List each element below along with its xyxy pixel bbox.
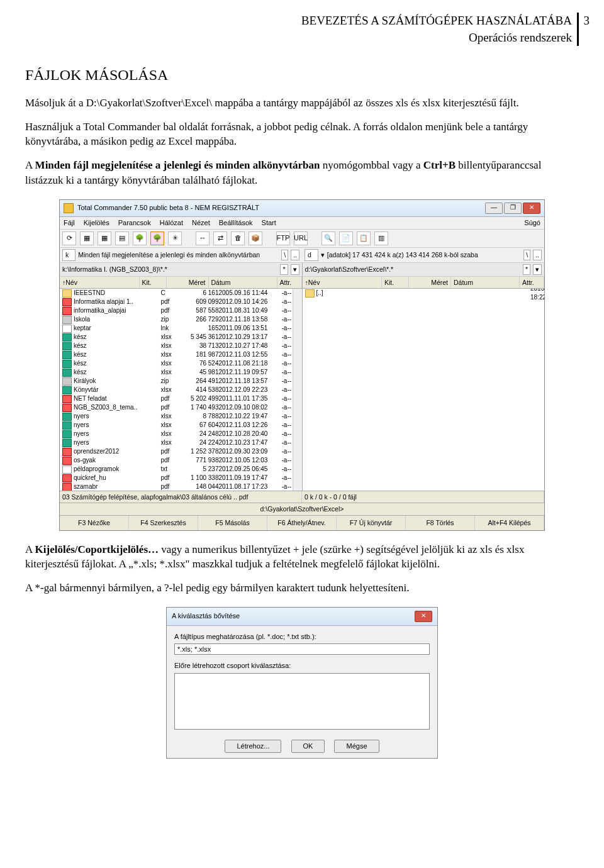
file-row[interactable]: NGB_SZ003_8_tema..pdf1 740 4932012.09.10… [60,403,302,412]
group-listbox[interactable] [174,673,430,730]
path-button[interactable]: * [523,264,530,275]
pathbar: k:\Informatika I. (NGB_SZ003_8)\*.* * ▾ … [60,263,544,277]
col-ext[interactable]: Kit. [382,277,409,289]
col-date[interactable]: Dátum [209,277,277,289]
toolbar-icon[interactable]: 🌳 [133,231,147,245]
command-line[interactable]: d:\Gyakorlat\Szoftver\Excel> [60,503,544,515]
toolbar-icon[interactable]: ▦ [80,231,94,245]
menu-halozat[interactable]: Hálózat [160,218,183,228]
toolbar-icon[interactable]: 📄 [339,231,353,245]
file-row[interactable]: Informatika alapjai 1..pdf609 0992012.09… [60,298,302,306]
file-row[interactable]: oprendszer2012pdf1 252 3782012.09.30 23:… [60,447,302,456]
file-date: 2012.09.10 14:26 [219,298,282,306]
ok-button[interactable]: OK [291,740,325,753]
path-button[interactable]: ▾ [533,264,542,275]
file-row[interactable]: példaprogramoktxt5 2372012.09.25 06:45-a… [60,465,302,474]
menu-beallitasok[interactable]: Beállítások [219,218,253,228]
menu-sugo[interactable]: Súgó [524,218,540,228]
create-button[interactable]: Létrehoz... [225,740,281,753]
drive-button[interactable]: .. [291,250,299,260]
toolbar-icon[interactable]: 🗑 [231,231,245,245]
right-file-list[interactable]: [..]2013.08.08 18:22 [303,289,545,490]
right-drive-info: [adatok] 17 431 424 k a(z) 143 414 268 k… [327,250,521,260]
menu-start[interactable]: Start [262,218,276,228]
toolbar-icon[interactable]: FTP [276,231,290,245]
refresh-icon[interactable]: ⟳ [62,231,76,245]
file-row[interactable]: NET feladatpdf5 202 4992011.11.01 17:35-… [60,394,302,403]
toolbar-icon[interactable]: ⇄ [213,231,227,245]
file-row[interactable]: Könyvtárxlsx414 5382012.12.09 22:23-a-- [60,386,302,394]
f7-button[interactable]: F7 Új könyvtár [337,516,406,530]
left-drive-selector[interactable]: k [62,249,76,261]
file-row[interactable]: készxlsx45 9812012.11.19 09:57-a-- [60,368,302,377]
close-button[interactable]: ✕ [523,203,540,214]
file-row[interactable]: szamabrpdf148 0442011.08.17 17:23-a-- [60,482,302,490]
toolbar-icon[interactable]: ▤ [115,231,129,245]
menu-nezet[interactable]: Nézet [192,218,210,228]
file-date: 2012.10.22 19:47 [219,412,282,421]
bold-text: Kijelölés/Coportkijelölés… [35,543,159,555]
toolbar-icon[interactable]: ▥ [374,231,388,245]
col-name[interactable]: ↑Név [303,277,383,289]
toolbar-icon[interactable]: ✳ [168,231,182,245]
f8-button[interactable]: F8 Törlés [406,516,475,530]
f5-button[interactable]: F5 Másolás [198,516,267,530]
file-row[interactable]: nyersxlsx24 2242012.10.23 17:47-a-- [60,438,302,447]
branch-view-icon[interactable]: 🌳 [150,231,164,245]
drive-button[interactable]: \ [281,250,288,260]
right-path[interactable]: d:\Gyakorlat\Szoftver\Excel\*.* [305,265,520,274]
path-button[interactable]: * [280,264,288,275]
minimize-button[interactable]: — [485,203,503,214]
drive-button[interactable]: .. [533,250,542,260]
file-row[interactable]: nyersxlsx67 6042012.11.03 12:26-a-- [60,421,302,430]
file-ext: pdf [161,298,182,306]
scrollbar[interactable] [293,289,302,490]
toolbar-icon[interactable]: 📋 [357,231,371,245]
drive-button[interactable]: \ [523,250,530,260]
menu-kijeloles[interactable]: Kijelölés [84,218,109,228]
right-drive-selector[interactable]: d [305,249,318,261]
file-row[interactable]: nyersxlsx8 7882012.10.22 19:47-a-- [60,412,302,421]
col-size[interactable]: Méret [409,277,451,289]
menu-fajl[interactable]: Fájl [64,218,75,228]
col-name[interactable]: ↑Név [60,277,140,289]
toolbar-icon[interactable]: URL [294,231,308,245]
file-row[interactable]: készxlsx76 5242012.11.08 21:18-a-- [60,359,302,368]
col-date[interactable]: Dátum [451,277,520,289]
menu-parancsok[interactable]: Parancsok [118,218,151,228]
col-size[interactable]: Méret [167,277,209,289]
f3-button[interactable]: F3 Nézőke [60,516,129,530]
file-date: 2012.12.09 22:23 [219,386,282,394]
cancel-button[interactable]: Mégse [334,740,379,753]
col-attr[interactable]: Attr. [520,277,544,289]
f4-button[interactable]: F4 Szerkesztés [129,516,198,530]
file-row[interactable]: IEEESTNDC6 1612005.09.16 11:44-a-- [60,289,302,298]
file-row[interactable]: Királyokzip264 4912012.11.18 13:57-a-- [60,377,302,386]
file-row[interactable]: os-gyakpdf771 9382012.10.05 12:03-a-- [60,456,302,465]
file-row[interactable]: készxlsx5 345 3612012.10.29 13:17-a-- [60,333,302,342]
file-row[interactable]: nyersxlsx24 2482012.10.28 20:40-a-- [60,430,302,438]
file-row[interactable]: informatika_alapjaipdf587 5582011.08.31 … [60,306,302,315]
col-ext[interactable]: Kit. [140,277,167,289]
f6-button[interactable]: F6 Áthely/Átnev. [267,516,337,530]
path-button[interactable]: ▾ [291,264,299,275]
toolbar-icon[interactable]: ↔ [196,231,210,245]
mask-input[interactable] [174,643,430,655]
file-row[interactable]: quickref_hupdf1 100 3382011.09.19 17:47-… [60,474,302,482]
file-row[interactable]: [..]2013.08.08 18:22 [303,289,545,298]
file-size: 76 524 [182,359,219,368]
file-row[interactable]: Iskolazip266 7292012.11.18 13:58-a-- [60,315,302,324]
file-row[interactable]: keptarlnk1652011.09.06 13:51-a-- [60,324,302,333]
maximize-button[interactable]: ❐ [504,203,522,214]
file-date: 2012.10.23 17:47 [219,438,282,447]
file-row[interactable]: készxlsx181 9872012.11.03 12:55-a-- [60,350,302,359]
file-row[interactable]: készxlsx38 7132012.10.27 17:48-a-- [60,342,302,350]
col-attr[interactable]: Attr. [277,277,302,289]
close-button[interactable]: ✕ [415,611,432,622]
left-file-list[interactable]: IEEESTNDC6 1612005.09.16 11:44-a--Inform… [60,289,302,490]
toolbar-icon[interactable]: ▦ [98,231,111,245]
altf4-button[interactable]: Alt+F4 Kilépés [475,516,544,530]
search-icon[interactable]: 🔍 [322,231,335,245]
toolbar-icon[interactable]: 📦 [249,231,262,245]
left-path[interactable]: k:\Informatika I. (NGB_SZ003_8)\*.* [62,265,277,274]
